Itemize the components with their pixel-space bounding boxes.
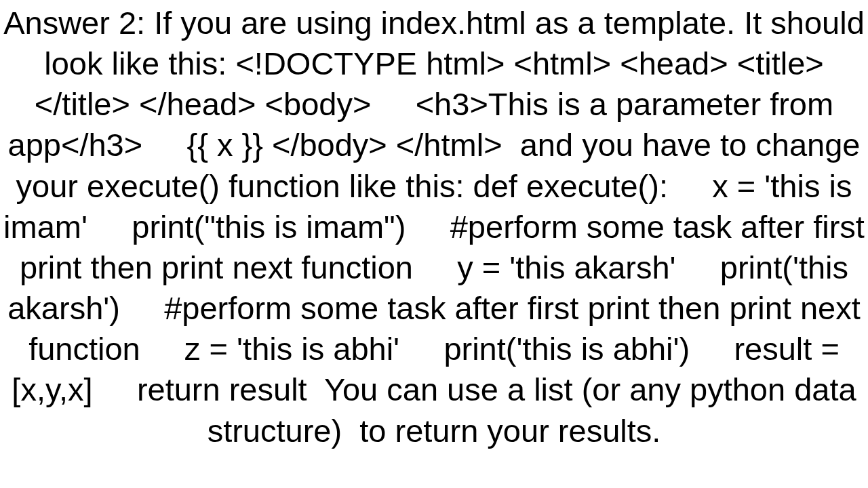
answer-text-block: Answer 2: If you are using index.html as… (0, 0, 868, 451)
